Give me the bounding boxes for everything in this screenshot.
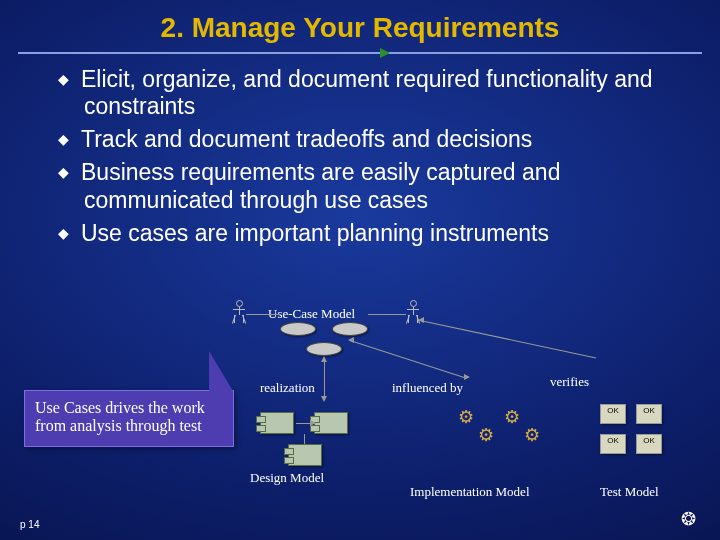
- label-use-case-model: Use-Case Model: [268, 306, 355, 322]
- bullet-item: Elicit, organize, and document required …: [58, 66, 680, 120]
- logo-gear-icon: ❂: [681, 508, 696, 530]
- use-case-icon: [332, 322, 368, 336]
- gear-icon: ⚙: [458, 408, 476, 426]
- label-design-model: Design Model: [250, 470, 324, 486]
- bullet-item: Use cases are important planning instrum…: [58, 220, 680, 247]
- arrow-icon: [418, 317, 424, 323]
- bullet-item: Business requirements are easily capture…: [58, 159, 680, 213]
- connector: [368, 314, 406, 315]
- test-box-icon: OK: [636, 434, 662, 454]
- title-rule: [0, 52, 720, 54]
- callout-box: Use Cases drives the work from analysis …: [24, 390, 234, 447]
- connector: [350, 340, 464, 378]
- use-case-icon: [306, 342, 342, 356]
- arrow-icon: [321, 396, 327, 402]
- connector: [246, 314, 280, 315]
- arrow-icon: [310, 420, 316, 426]
- gear-icon: ⚙: [504, 408, 522, 426]
- label-implementation-model: Implementation Model: [410, 484, 530, 500]
- actor-icon: [406, 300, 420, 328]
- gear-icon: ⚙: [478, 426, 496, 444]
- test-box-icon: OK: [636, 404, 662, 424]
- label-test-model: Test Model: [600, 484, 659, 500]
- slide-title: 2. Manage Your Requirements: [0, 0, 720, 52]
- bullet-list: Elicit, organize, and document required …: [0, 54, 720, 247]
- test-box-icon: OK: [600, 404, 626, 424]
- label-realization: realization: [260, 380, 315, 396]
- arrow-icon: [321, 356, 327, 362]
- label-verifies: verifies: [550, 374, 589, 390]
- component-icon: [260, 412, 294, 434]
- gear-icon: ⚙: [524, 426, 542, 444]
- connector: [304, 434, 305, 444]
- actor-icon: [232, 300, 246, 328]
- connector: [324, 358, 325, 398]
- connector: [420, 320, 596, 358]
- arrow-icon: [464, 374, 470, 380]
- rule-arrow-icon: [380, 48, 390, 58]
- use-case-icon: [280, 322, 316, 336]
- test-box-icon: OK: [600, 434, 626, 454]
- component-icon: [314, 412, 348, 434]
- bullet-item: Track and document tradeoffs and decisio…: [58, 126, 680, 153]
- arrow-icon: [348, 337, 354, 343]
- page-number: p 14: [20, 519, 39, 530]
- component-icon: [288, 444, 322, 466]
- label-influenced-by: influenced by: [392, 380, 463, 396]
- use-case-diagram: Use-Case Model realization influenced by…: [220, 300, 700, 500]
